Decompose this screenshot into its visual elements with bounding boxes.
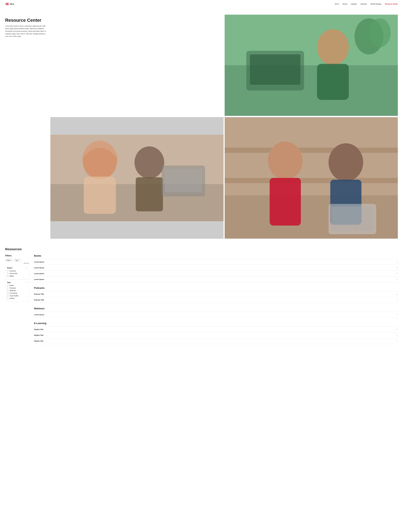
webinar-item-1-label: Lorem Ipsum bbox=[34, 314, 44, 316]
podcast-item-2[interactable]: Podcast Title → bbox=[34, 297, 398, 303]
filter-checkbox-case-studies[interactable] bbox=[7, 295, 8, 297]
elearning-list: Playlist Title → Playlist Title → Playli… bbox=[34, 326, 398, 344]
nav-item-stories[interactable]: Stories bbox=[342, 3, 347, 5]
jll-logo-icon bbox=[5, 2, 9, 6]
filter-type-box: Type − Books Podcasts Webinars E-L bbox=[5, 280, 29, 302]
elearning-item-1[interactable]: Playlist Title → bbox=[34, 326, 398, 332]
svg-rect-14 bbox=[84, 177, 116, 214]
nav-item-home[interactable]: Home bbox=[335, 3, 339, 5]
filter-tag-type[interactable]: Type × bbox=[14, 259, 20, 261]
hero-title: Resource Center bbox=[5, 18, 46, 23]
filter-label-podcasts: Podcasts bbox=[10, 287, 16, 289]
filter-tag-type-remove-icon[interactable]: × bbox=[19, 259, 19, 261]
podcast-item-1-label: Podcast Title bbox=[34, 293, 44, 295]
filter-label-asia-pacific: Asia Pacific bbox=[10, 273, 17, 274]
svg-rect-16 bbox=[136, 177, 163, 211]
svg-rect-22 bbox=[225, 148, 398, 153]
filter-tags: Region × Type × bbox=[5, 259, 29, 261]
filter-region-header: Region − bbox=[7, 267, 27, 269]
filter-label-books: Books bbox=[10, 285, 14, 286]
webinars-list: Lorem Ipsum → bbox=[34, 312, 398, 318]
filter-option-webinars[interactable]: Webinars bbox=[7, 290, 27, 291]
resources-layout: Filters Region × Type × Clear All Region… bbox=[5, 254, 398, 348]
filter-region-box: Region − Americas Asia Pacific EMEA bbox=[5, 265, 29, 279]
category-podcasts: Podcasts Podcast Title → Podcast Title → bbox=[34, 287, 398, 303]
filter-label-americas: Americas bbox=[10, 270, 16, 272]
nav-item-global-strategy[interactable]: Global Strategy bbox=[370, 3, 382, 5]
hero-image-office-meeting bbox=[225, 117, 398, 239]
filter-region-collapse-icon[interactable]: − bbox=[26, 267, 27, 269]
book-item-4[interactable]: Lorem Ipsum → bbox=[34, 276, 398, 282]
filter-option-podcasts[interactable]: Podcasts bbox=[7, 287, 27, 289]
svg-point-10 bbox=[369, 19, 391, 47]
hero-section: Resource Center Lorem ipsum dolor sit am… bbox=[0, 8, 403, 243]
svg-point-7 bbox=[317, 29, 349, 65]
svg-rect-23 bbox=[225, 178, 398, 183]
book-item-2-arrow-icon: → bbox=[396, 266, 398, 269]
book-item-4-label: Lorem Ipsum bbox=[34, 279, 44, 280]
elearning-item-3[interactable]: Playlist Title → bbox=[34, 338, 398, 344]
nav-item-updates[interactable]: Updates bbox=[351, 3, 357, 5]
filter-option-case-studies[interactable]: Case Studies bbox=[7, 295, 27, 297]
webinar-item-1[interactable]: Lorem Ipsum → bbox=[34, 312, 398, 318]
filter-option-emea[interactable]: EMEA bbox=[7, 275, 27, 277]
logo[interactable]: JLL bbox=[5, 2, 14, 6]
svg-point-26 bbox=[328, 143, 363, 181]
elearning-item-2[interactable]: Playlist Title → bbox=[34, 332, 398, 338]
book-item-2[interactable]: Lorem Ipsum → bbox=[34, 265, 398, 271]
filter-label-emea: EMEA bbox=[10, 275, 14, 277]
elearning-item-1-label: Playlist Title bbox=[34, 329, 43, 330]
category-elearning: E-Learning Playlist Title → Playlist Tit… bbox=[34, 322, 398, 344]
podcast-item-1[interactable]: Podcast Title → bbox=[34, 291, 398, 297]
category-webinars: Webinars Lorem Ipsum → bbox=[34, 307, 398, 318]
hero-description: Lorem ipsum dolor sit amet, consectetur … bbox=[5, 25, 46, 38]
book-item-1-label: Lorem Ipsum bbox=[34, 261, 44, 263]
filter-checkbox-emea[interactable] bbox=[7, 275, 8, 277]
filter-tag-type-label: Type bbox=[15, 259, 18, 261]
filter-checkbox-asia-pacific[interactable] bbox=[7, 273, 8, 274]
filter-checkbox-articles[interactable] bbox=[7, 298, 8, 299]
podcasts-list: Podcast Title → Podcast Title → bbox=[34, 291, 398, 303]
book-item-3-label: Lorem Ipsum bbox=[34, 273, 44, 274]
clear-all-button[interactable]: Clear All bbox=[5, 262, 29, 264]
book-item-1[interactable]: Lorem Ipsum → bbox=[34, 259, 398, 265]
filter-label-articles: Articles bbox=[10, 298, 14, 299]
filter-option-articles[interactable]: Articles bbox=[7, 298, 27, 299]
category-podcasts-title: Podcasts bbox=[34, 287, 398, 289]
brand-name: JLL bbox=[10, 3, 14, 5]
filter-checkbox-books[interactable] bbox=[7, 285, 8, 286]
filter-option-asia-pacific[interactable]: Asia Pacific bbox=[7, 273, 27, 274]
filter-label-elearning: E-Learning bbox=[10, 292, 17, 294]
book-item-4-arrow-icon: → bbox=[396, 278, 398, 280]
svg-point-24 bbox=[268, 141, 303, 180]
hero-image-office-woman bbox=[225, 14, 398, 116]
elearning-item-1-arrow-icon: → bbox=[396, 328, 398, 330]
book-item-2-label: Lorem Ipsum bbox=[34, 267, 44, 269]
filter-tag-region-remove-icon[interactable]: × bbox=[11, 259, 12, 261]
filter-option-americas[interactable]: Americas bbox=[7, 270, 27, 272]
filter-checkbox-webinars[interactable] bbox=[7, 290, 8, 291]
filter-checkbox-elearning[interactable] bbox=[7, 292, 8, 294]
elearning-item-2-arrow-icon: → bbox=[396, 334, 398, 336]
category-books: Books Lorem Ipsum → Lorem Ipsum → Lorem … bbox=[34, 254, 398, 282]
filter-label-webinars: Webinars bbox=[10, 290, 16, 291]
filter-option-books[interactable]: Books bbox=[7, 285, 27, 286]
filter-type-collapse-icon[interactable]: − bbox=[26, 281, 27, 283]
nav-item-resource-center[interactable]: Resource Center bbox=[385, 3, 398, 5]
filter-tag-region[interactable]: Region × bbox=[5, 259, 13, 261]
book-item-1-arrow-icon: → bbox=[396, 261, 398, 263]
filter-checkbox-podcasts[interactable] bbox=[7, 287, 8, 289]
category-webinars-title: Webinars bbox=[34, 307, 398, 310]
hero-images bbox=[50, 14, 398, 239]
svg-rect-29 bbox=[331, 206, 374, 231]
filter-tag-region-label: Region bbox=[6, 259, 11, 261]
filter-checkbox-americas[interactable] bbox=[7, 270, 8, 272]
nav-item-calendar[interactable]: Calendar bbox=[360, 3, 367, 5]
resources-heading: Resources bbox=[5, 247, 398, 251]
book-item-3[interactable]: Lorem Ipsum → bbox=[34, 271, 398, 276]
filter-option-elearning[interactable]: E-Learning bbox=[7, 292, 27, 294]
nav-links: Home Stories Updates Calendar Global Str… bbox=[335, 3, 398, 5]
webinar-item-1-arrow-icon: → bbox=[396, 314, 398, 316]
svg-rect-8 bbox=[317, 64, 349, 100]
books-list: Lorem Ipsum → Lorem Ipsum → Lorem Ipsum … bbox=[34, 259, 398, 282]
